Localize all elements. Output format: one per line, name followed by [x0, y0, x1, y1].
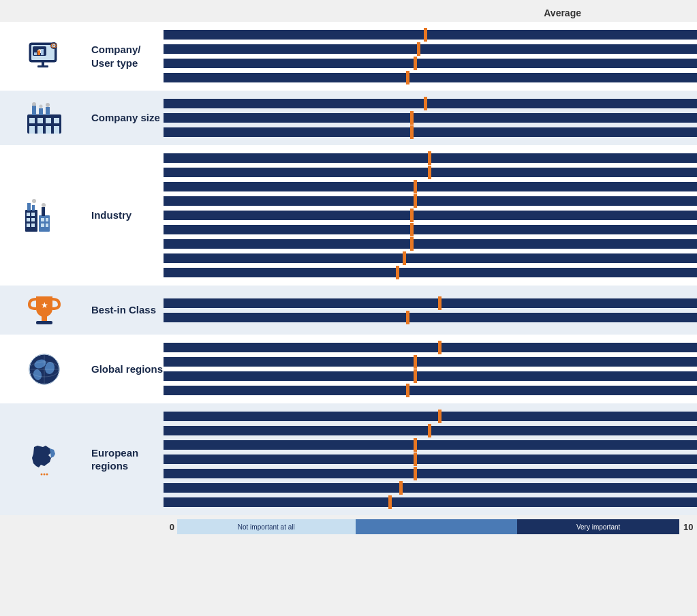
bar-row: 6.7Northern Europe: [164, 482, 697, 494]
svg-text:★: ★: [41, 301, 48, 310]
bar-marker: [399, 481, 403, 495]
bar-row: 7.8Eastern Euro.: [164, 410, 697, 422]
bar-track: [164, 196, 518, 206]
axis-row: 0 Not important at all Very important 10: [0, 519, 697, 534]
section-global-regions: Global regions7.8South America7.1North A…: [0, 335, 697, 403]
svg-point-12: [53, 44, 55, 46]
bar-row: 7.5Utilities: [164, 166, 697, 179]
bar-marker: [417, 42, 420, 56]
bar-dark: [164, 440, 697, 450]
bar-row: 6.9Laggards: [164, 311, 697, 324]
bar-track: [164, 440, 518, 450]
svg-rect-4: [34, 52, 37, 55]
bar-row: 6.8Manufacturing: [164, 252, 697, 264]
svg-point-44: [42, 203, 46, 207]
bar-row: 7.1North America: [164, 356, 697, 368]
bar-dark: [164, 371, 697, 381]
bar-track: [164, 113, 518, 123]
bar-row: 7.5Financial Serv.: [164, 152, 697, 164]
bar-marker: [414, 452, 417, 466]
svg-rect-24: [46, 107, 50, 115]
bar-dark: [164, 412, 697, 421]
bar-dark: [164, 268, 697, 277]
bar-row: 7.5UK & Ireland: [164, 425, 697, 437]
bar-marker: [410, 209, 414, 222]
bar-marker: [414, 355, 417, 369]
svg-rect-40: [41, 224, 44, 227]
axis-zero: 0: [164, 522, 174, 532]
svg-rect-22: [32, 106, 36, 115]
svg-rect-23: [39, 108, 43, 115]
svg-rect-14: [29, 118, 35, 123]
bars-european-regions: 7.8Eastern Euro.7.5UK & Ireland7.1DACH7.…: [164, 407, 697, 511]
bar-track: [164, 153, 518, 163]
svg-rect-35: [27, 203, 31, 211]
bar-track: [164, 426, 518, 435]
svg-rect-34: [31, 224, 35, 227]
svg-rect-17: [54, 118, 59, 123]
svg-point-56: [41, 474, 43, 476]
bar-marker: [438, 410, 442, 423]
bar-marker: [414, 194, 417, 208]
average-label: Average: [544, 7, 581, 18]
bar-track: [164, 182, 518, 191]
label-european-regions: European regions: [89, 407, 164, 511]
bar-track: [164, 44, 518, 54]
bar-row: 7.1Services: [164, 181, 697, 193]
bar-dark: [164, 225, 697, 234]
bar-track: [164, 73, 518, 82]
bar-dark: [164, 298, 697, 308]
svg-rect-6: [41, 49, 44, 55]
bars-industry: 7.5Financial Serv.7.5Utilities7.1Service…: [164, 149, 697, 281]
section-industry: Industry7.5Financial Serv.7.5Utilities7.…: [0, 145, 697, 286]
bar-track: [164, 253, 518, 263]
bars-global-regions: 7.8South America7.1North America7.1Europ…: [164, 339, 697, 399]
bar-row: 6.4Southern Europe: [164, 496, 697, 508]
bar-dark: [164, 386, 697, 395]
bar-marker: [403, 251, 406, 265]
svg-rect-7: [42, 62, 44, 65]
bar-row: 7.8Best-in-Class: [164, 297, 697, 309]
bar-row: 7.1Retail & Wholesale: [164, 195, 697, 207]
bar-marker: [428, 166, 431, 179]
bar-marker: [406, 71, 409, 84]
bar-dark: [164, 30, 697, 40]
bar-row: 7.8South America: [164, 341, 697, 354]
svg-rect-45: [42, 315, 47, 321]
bar-track: [164, 268, 518, 277]
svg-point-57: [44, 474, 46, 476]
svg-point-25: [32, 102, 36, 106]
bar-dark: [164, 113, 697, 123]
svg-rect-19: [37, 126, 43, 134]
bar-track: [164, 168, 518, 177]
bar-row: 7.1Europe: [164, 370, 697, 382]
svg-rect-46: [36, 321, 52, 324]
bar-marker: [414, 438, 417, 452]
bar-dark: [164, 239, 697, 249]
svg-rect-38: [41, 218, 44, 221]
chart-container: Average 💬 Company/ User type7.4Consultan…: [0, 0, 697, 548]
bar-marker: [424, 97, 427, 110]
bar-track: [164, 412, 518, 421]
bar-marker: [388, 495, 392, 509]
svg-rect-42: [42, 207, 45, 216]
svg-rect-31: [27, 218, 30, 221]
bar-track: [164, 483, 518, 493]
bar-marker: [410, 237, 414, 251]
bar-row: 7.4More than 2,500 e.: [164, 97, 697, 110]
svg-rect-41: [46, 224, 48, 227]
svg-point-26: [40, 105, 43, 108]
bar-row: 7.0Transport: [164, 238, 697, 250]
bar-track: [164, 371, 518, 381]
bars-company-size: 7.4More than 2,500 e.7.0100 - 2,500 empl…: [164, 95, 697, 141]
svg-rect-39: [46, 218, 48, 221]
bar-dark: [164, 73, 697, 82]
bar-dark: [164, 182, 697, 191]
bar-track: [164, 313, 518, 322]
icon-company-size: [0, 95, 89, 141]
bar-dark: [164, 253, 697, 263]
icon-global-regions: [0, 339, 89, 399]
bar-track: [164, 455, 518, 464]
bar-track: [164, 59, 518, 68]
svg-rect-30: [31, 213, 35, 216]
